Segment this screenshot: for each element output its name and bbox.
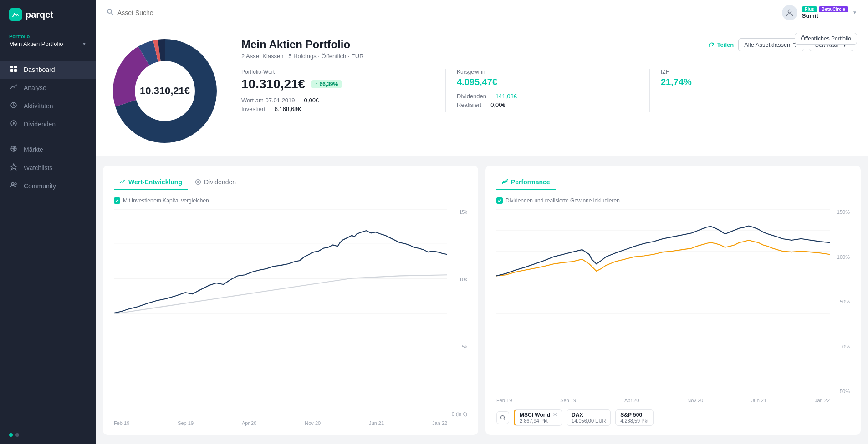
portfolio-wert-label: Portfolio-Wert: [241, 69, 445, 75]
wert-am-label: Wert am 07.01.2019: [241, 97, 295, 104]
charts-section: Wert-Entwicklung Dividenden Mit investie…: [96, 156, 868, 444]
wert-am-value: 0,00€: [304, 97, 319, 104]
public-portfolio-button[interactable]: Öffentliches Portfolio: [795, 33, 857, 45]
chart2-y-labels: 150% 100% 50% 0% 50%: [832, 209, 850, 394]
share-button[interactable]: Teilen: [708, 41, 734, 48]
sidebar-item-aktivitaeten[interactable]: Aktivitäten: [0, 97, 96, 115]
sidebar-item-label: Watchlists: [24, 164, 52, 172]
main-content: Plus Beta Circle Sumit ▼ Öffentliches Po…: [96, 0, 868, 444]
search-input[interactable]: [117, 9, 209, 16]
share-icon: [708, 42, 715, 48]
search-bar[interactable]: [107, 8, 209, 17]
dividenden-value: 141,08€: [495, 93, 517, 100]
dashboard-icon: [9, 65, 18, 74]
maerkte-icon: [9, 145, 18, 154]
sidebar-item-dividenden[interactable]: Dividenden: [0, 115, 96, 133]
realisiert-row: Realisiert 0,00€: [457, 101, 649, 108]
chart1-area: 15k 10k 5k 0 (in €) Feb 1: [114, 209, 467, 426]
user-area: Plus Beta Circle Sumit ▼: [782, 5, 857, 20]
sidebar-item-label: Märkte: [24, 146, 43, 153]
sidebar-item-maerkte[interactable]: Märkte: [0, 141, 96, 159]
investiert-row: Investiert 6.168,68€: [241, 106, 445, 112]
portfolio-subtitle: 2 Asset Klassen · 5 Holdings · Öffentlic…: [241, 53, 364, 60]
dividenden-icon: [9, 120, 18, 129]
analyse-icon: [9, 83, 18, 92]
avatar: [782, 5, 797, 20]
kursgewinn-label: Kursgewinn: [457, 69, 649, 75]
chart2-area: 150% 100% 50% 0% 50%: [496, 209, 850, 403]
benchmark-tag-sp500[interactable]: S&P 500 4.288,59 Pkt: [615, 409, 654, 426]
performance-icon: [502, 179, 508, 185]
portfolio-badge: ↑ 66,39%: [311, 80, 342, 88]
remove-msci-button[interactable]: ✕: [553, 412, 557, 418]
checkbox-checked-icon: [114, 197, 120, 204]
check-icon: [115, 198, 119, 203]
benchmark-tags: MSCI World 2.867,94 Pkt ✕ DAX 14.056,00 …: [496, 409, 850, 426]
chart1-tabs: Wert-Entwicklung Dividenden: [114, 175, 467, 190]
sidebar: parqet Portfolio Mein Aktien Portfolio ▼…: [0, 0, 96, 444]
benchmark-tag-msci[interactable]: MSCI World 2.867,94 Pkt ✕: [514, 409, 562, 426]
user-name: Sumit: [802, 12, 818, 19]
chevron-down-icon: ▼: [82, 41, 87, 46]
stat-kursgewinn: Kursgewinn 4.095,47€ Dividenden 141,08€ …: [445, 69, 649, 112]
chart2-checkbox[interactable]: Dividenden und realisierte Gewinne inklu…: [496, 197, 850, 204]
performance-card: Performance Dividenden und realisierte G…: [485, 166, 861, 435]
check-icon2: [497, 198, 502, 203]
dividenden-label: Dividenden: [457, 93, 486, 100]
dot-1: [9, 433, 13, 437]
wert-entwicklung-card: Wert-Entwicklung Dividenden Mit investie…: [103, 166, 478, 435]
logo-icon: [9, 8, 22, 21]
chart-trend-icon: [119, 179, 126, 185]
portfolio-label: Portfolio: [9, 34, 87, 39]
sidebar-item-label: Community: [24, 182, 56, 190]
header: Plus Beta Circle Sumit ▼: [96, 0, 868, 25]
svg-point-10: [107, 9, 112, 13]
chart1-svg: [114, 209, 447, 314]
portfolio-title: Mein Aktien Portfolio: [241, 38, 364, 51]
checkbox-checked-icon2: [496, 197, 503, 204]
chart1-checkbox[interactable]: Mit investiertem Kapital vergleichen: [114, 197, 467, 204]
stat-portfolio-wert: Portfolio-Wert 10.310,21€ ↑ 66,39% Wert …: [241, 69, 445, 112]
stat-izf: IZF 21,74%: [649, 69, 853, 112]
chart1-y-labels: 15k 10k 5k 0 (in €): [449, 209, 467, 417]
svg-marker-7: [10, 164, 17, 170]
portfolio-selector[interactable]: Portfolio Mein Aktien Portfolio ▼: [0, 29, 96, 55]
izf-value: 21,74%: [661, 77, 853, 87]
svg-rect-3: [14, 69, 17, 72]
investiert-value: 6.168,68€: [275, 106, 301, 112]
tab-wert-entwicklung[interactable]: Wert-Entwicklung: [114, 175, 188, 190]
realisiert-label: Realisiert: [457, 101, 481, 108]
chevron-down-icon[interactable]: ▼: [853, 10, 857, 15]
benchmark-tag-dax[interactable]: DAX 14.056,00 EUR: [567, 409, 611, 426]
benchmark-search-button[interactable]: [496, 411, 509, 424]
svg-rect-0: [10, 66, 13, 68]
aktivitaeten-icon: [9, 101, 18, 111]
tab-dividenden[interactable]: Dividenden: [189, 175, 241, 190]
badge-plus: Plus: [802, 6, 817, 12]
dot-2: [15, 433, 19, 437]
svg-point-11: [788, 10, 791, 13]
sidebar-item-watchlists[interactable]: Watchlists: [0, 159, 96, 177]
sub-stats-left: Wert am 07.01.2019 0,00€ Investiert 6.16…: [241, 97, 445, 112]
realisiert-value: 0,00€: [490, 101, 505, 108]
sidebar-item-dashboard[interactable]: Dashboard: [0, 61, 96, 79]
badge-beta: Beta Circle: [819, 6, 848, 12]
sub-stats-mid: Dividenden 141,08€ Realisiert 0,00€: [457, 93, 649, 108]
sidebar-item-label: Analyse: [24, 84, 46, 91]
donut-chart: 10.310,21€: [110, 36, 220, 146]
tab-performance[interactable]: Performance: [496, 175, 556, 190]
svg-rect-2: [10, 69, 13, 72]
portfolio-name[interactable]: Mein Aktien Portfolio ▼: [9, 40, 87, 47]
izf-label: IZF: [661, 69, 853, 75]
sidebar-nav: Dashboard Analyse Aktivitäten: [0, 55, 96, 426]
sidebar-item-label: Aktivitäten: [24, 102, 53, 110]
app-logo[interactable]: parqet: [0, 0, 96, 29]
svg-point-8: [12, 183, 14, 185]
sidebar-item-community[interactable]: Community: [0, 177, 96, 195]
sidebar-item-analyse[interactable]: Analyse: [0, 79, 96, 97]
pagination-dots: [0, 426, 96, 444]
chart2-tabs: Performance: [496, 175, 850, 190]
donut-center-value: 10.310,21€: [140, 85, 190, 97]
portfolio-section: Öffentliches Portfolio 10.310,21€: [96, 25, 868, 156]
kursgewinn-value: 4.095,47€: [457, 77, 649, 87]
